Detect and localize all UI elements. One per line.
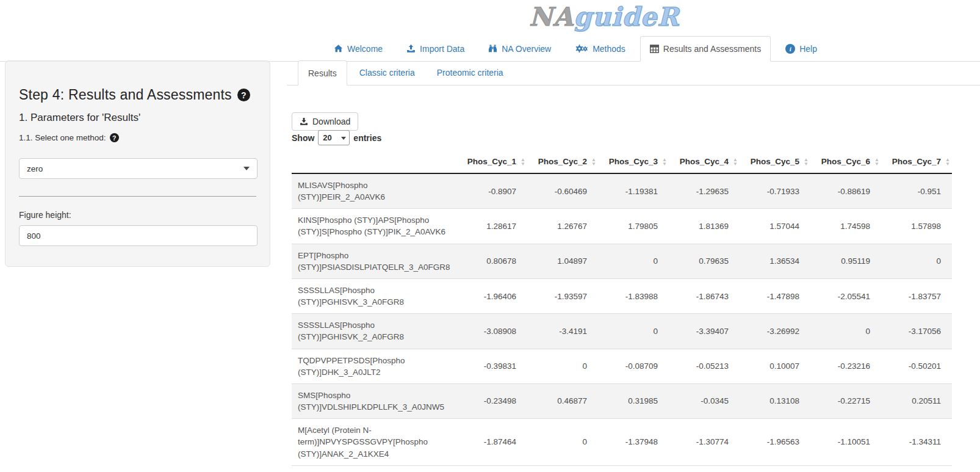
- cell-value: -0.60469: [527, 173, 598, 209]
- nav-tab-import-data[interactable]: Import Data: [397, 36, 474, 61]
- download-icon: [300, 117, 308, 126]
- sidebar-panel: Step 4: Results and Assessments ? 1. Par…: [5, 60, 270, 267]
- nav-tab-na-overview[interactable]: NA Overview: [479, 36, 560, 61]
- column-header-phos_cyc_2[interactable]: Phos_Cyc_2▲▼: [527, 150, 598, 173]
- table-row: EPT[Phospho (STY)]PSIASDISLPIATQELR_3_A0…: [292, 244, 952, 278]
- results-table: Phos_Cyc_1▲▼Phos_Cyc_2▲▼Phos_Cyc_3▲▼Phos…: [292, 150, 952, 466]
- method-select-value: zero: [27, 164, 43, 173]
- column-header-label: Phos_Cyc_1: [467, 157, 516, 166]
- column-header-label: Phos_Cyc_4: [680, 157, 729, 166]
- home-icon: [334, 44, 343, 53]
- entries-select[interactable]: 20: [318, 130, 350, 145]
- cell-value: -0.88619: [810, 173, 881, 209]
- results-panel: Results Classic criteria Proteomic crite…: [287, 60, 980, 472]
- cell-value: -0.08709: [598, 349, 669, 383]
- nav-tab-label: Welcome: [347, 44, 383, 54]
- cell-value: 1.57044: [740, 209, 810, 244]
- sidebar-title-text: Step 4: Results and Assessments: [19, 87, 232, 103]
- nav-tab-methods[interactable]: Methods: [566, 36, 635, 61]
- cell-value: -0.05213: [669, 349, 740, 383]
- cell-value: -1.83757: [881, 278, 952, 313]
- nav-tab-label: Results and Assessments: [663, 44, 761, 54]
- column-header-phos_cyc_4[interactable]: Phos_Cyc_4▲▼: [669, 150, 740, 173]
- cell-value: -2.05541: [810, 278, 881, 313]
- cell-value: 1.36534: [740, 244, 810, 278]
- sort-icon: ▲▼: [733, 158, 738, 166]
- column-header-phos_cyc_6[interactable]: Phos_Cyc_6▲▼: [810, 150, 881, 173]
- cell-value: -3.39407: [669, 314, 740, 349]
- cell-value: -3.08908: [456, 314, 527, 349]
- column-header-phos_cyc_7[interactable]: Phos_Cyc_7▲▼: [881, 150, 952, 173]
- column-header-label: Phos_Cyc_3: [609, 157, 658, 166]
- show-label: Show: [292, 133, 314, 143]
- sort-icon: ▲▼: [662, 158, 667, 166]
- download-label: Download: [312, 117, 350, 126]
- cell-value: -1.93597: [527, 278, 598, 313]
- cell-value: 0: [598, 314, 669, 349]
- nav-tab-welcome[interactable]: Welcome: [325, 36, 392, 61]
- table-row: KINS[Phospho (STY)]APS[Phospho (STY)]S[P…: [292, 209, 952, 244]
- cell-value: 1.74598: [810, 209, 881, 244]
- cell-value: -1.34311: [881, 419, 952, 465]
- upload-icon: [406, 44, 416, 53]
- column-header-phos_cyc_5[interactable]: Phos_Cyc_5▲▼: [740, 150, 810, 173]
- cell-value: -0.951: [881, 173, 952, 209]
- subtab-label: Classic criteria: [359, 68, 415, 78]
- cell-value: -1.83988: [598, 278, 669, 313]
- table-row: M[Acetyl (Protein N-term)]NPVYSPGSSGVPY[…: [292, 419, 952, 465]
- cell-value: -3.26992: [740, 314, 810, 349]
- info-icon: i: [785, 44, 795, 54]
- sort-icon: ▲▼: [804, 158, 809, 166]
- sort-icon: ▲▼: [945, 158, 950, 166]
- sort-icon: ▲▼: [874, 158, 879, 166]
- cell-value: 1.79805: [598, 209, 669, 244]
- cell-value: -3.4191: [527, 314, 598, 349]
- cell-value: 1.81369: [669, 209, 740, 244]
- binoculars-icon: [488, 44, 497, 53]
- caret-down-icon: [243, 167, 250, 170]
- table-body: MLISAVS[Phospho (STY)]PEIR_2_A0AVK6-0.89…: [292, 173, 952, 465]
- nav-tab-help[interactable]: i Help: [776, 36, 826, 61]
- table-row: TQDPVPPETPSDS[Phospho (STY)]DHK_3_A0JLT2…: [292, 349, 952, 383]
- cell-value: 1.04897: [527, 244, 598, 278]
- column-header-phos_cyc_1[interactable]: Phos_Cyc_1▲▼: [456, 150, 527, 173]
- entries-label: entries: [353, 133, 381, 143]
- row-name-header: [292, 150, 456, 173]
- row-name: M[Acetyl (Protein N-term)]NPVYSPGSSGVPY[…: [292, 419, 456, 465]
- download-button[interactable]: Download: [292, 112, 358, 131]
- table-row: MLISAVS[Phospho (STY)]PEIR_2_A0AVK6-0.89…: [292, 173, 952, 209]
- naguider-app: NAguideR Welcome Import Data NA Overview: [0, 0, 980, 472]
- sort-icon: ▲▼: [591, 158, 596, 166]
- column-header-label: Phos_Cyc_6: [821, 157, 870, 166]
- nav-tab-results-and-assessments[interactable]: Results and Assessments: [640, 36, 771, 62]
- row-name: SSSSLLAS[Phospho (STY)]PGHISVK_3_A0FGR8: [292, 278, 456, 313]
- question-circle-icon[interactable]: ?: [110, 133, 119, 142]
- cell-value: -0.0345: [669, 383, 740, 418]
- nav-tab-label: Help: [799, 44, 817, 54]
- cell-value: -0.23498: [456, 383, 527, 418]
- cell-value: 0: [881, 244, 952, 278]
- column-header-phos_cyc_3[interactable]: Phos_Cyc_3▲▼: [598, 150, 669, 173]
- cell-value: -1.96406: [456, 278, 527, 313]
- tab-proteomic-criteria[interactable]: Proteomic criteria: [427, 60, 513, 85]
- cell-value: 1.28617: [456, 209, 527, 244]
- question-circle-icon[interactable]: ?: [237, 89, 250, 101]
- row-name: SSSSLLAS[Phospho (STY)]PGHISVK_2_A0FGR8: [292, 314, 456, 349]
- cell-value: 0.46877: [527, 383, 598, 418]
- cell-value: 0.95119: [810, 244, 881, 278]
- entries-select-wrap: 20: [318, 130, 350, 145]
- divider: [19, 196, 256, 197]
- cell-value: -0.22715: [810, 383, 881, 418]
- tab-results[interactable]: Results: [298, 60, 347, 85]
- column-header-label: Phos_Cyc_5: [751, 157, 799, 166]
- cell-value: -0.8907: [456, 173, 527, 209]
- tab-classic-criteria[interactable]: Classic criteria: [350, 60, 425, 85]
- cell-value: -1.96563: [740, 419, 810, 465]
- figure-height-input[interactable]: [19, 225, 258, 246]
- row-name: MLISAVS[Phospho (STY)]PEIR_2_A0AVK6: [292, 173, 456, 209]
- method-select[interactable]: zero: [19, 158, 258, 179]
- cell-value: 0: [598, 244, 669, 278]
- figure-height-label: Figure height:: [19, 210, 256, 220]
- cell-value: 0.20511: [881, 383, 952, 418]
- main-nav: Welcome Import Data NA Overview Methods: [0, 36, 980, 62]
